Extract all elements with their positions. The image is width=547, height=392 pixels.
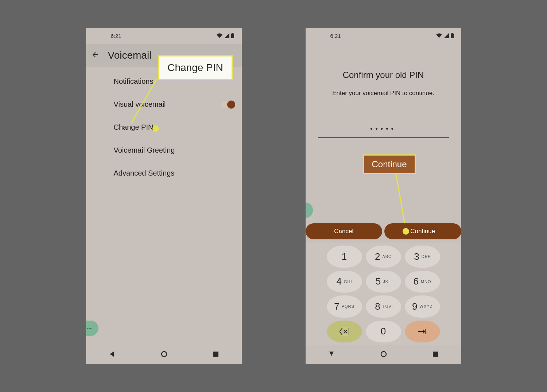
callout-marker-dot [152, 125, 159, 132]
key-letters: TUV [383, 304, 392, 309]
key-letters: PQRS [342, 304, 354, 309]
keypad: 1 2ABC 3DEF 4GHI 5JKL 6MNO 7PQRS 8TUV 9W… [306, 243, 461, 345]
key-digit: 3 [414, 251, 419, 262]
pin-input[interactable]: ••••• [318, 125, 449, 138]
status-bar: 6:21 [86, 28, 242, 44]
visual-voicemail-toggle[interactable] [221, 101, 234, 108]
callout-continue: Continue [363, 154, 416, 174]
wifi-icon [216, 33, 223, 38]
settings-item-label: Notifications [114, 77, 154, 86]
key-letters: ABC [382, 254, 392, 259]
key-digit: 7 [334, 301, 339, 312]
phone-confirm-pin: 6:21 Confirm your old PIN Enter your voi… [306, 28, 461, 364]
settings-item-change-pin[interactable]: Change PIN [86, 116, 242, 139]
svg-point-6 [381, 352, 386, 357]
nav-back-icon[interactable] [328, 351, 335, 359]
svg-rect-5 [451, 33, 453, 34]
toggle-knob [227, 101, 235, 109]
key-digit: 0 [381, 326, 386, 337]
key-digit: 4 [336, 276, 341, 287]
key-digit: 9 [412, 301, 417, 312]
page-title: Voicemail [108, 50, 152, 61]
key-letters: WXYZ [419, 304, 432, 309]
key-9[interactable]: 9WXYZ [405, 295, 440, 318]
continue-button[interactable]: Continue [384, 223, 461, 239]
backspace-icon [340, 328, 349, 335]
settings-item-greeting[interactable]: Voicemail Greeting [86, 139, 242, 162]
key-letters: DEF [422, 254, 431, 259]
fab-peek[interactable] [306, 203, 313, 218]
battery-icon [450, 33, 454, 39]
svg-point-2 [162, 352, 167, 357]
nav-recent-icon[interactable] [213, 351, 219, 358]
key-digit: 8 [375, 301, 380, 312]
settings-item-label: Voicemail Greeting [114, 146, 175, 154]
key-1[interactable]: 1 [327, 246, 362, 268]
cancel-button[interactable]: Cancel [306, 223, 383, 239]
settings-item-label: Change PIN [114, 123, 154, 132]
key-digit: 1 [342, 251, 347, 262]
key-letters: GHI [344, 279, 352, 284]
phone-voicemail-settings: 6:21 Voicemail Notifications Visual voic… [86, 28, 242, 364]
signal-icon [444, 33, 449, 38]
key-0[interactable]: 0 [366, 321, 401, 343]
svg-rect-3 [213, 352, 218, 357]
nav-bar [306, 345, 461, 364]
status-bar: 6:21 [306, 28, 461, 44]
key-5[interactable]: 5JKL [366, 271, 401, 293]
key-letters: JKL [383, 279, 391, 284]
key-digit: 5 [376, 276, 381, 287]
nav-back-icon[interactable] [109, 351, 115, 359]
key-enter[interactable] [405, 321, 440, 343]
status-icons [216, 33, 234, 39]
callout-change-pin: Change PIN [158, 55, 233, 80]
wifi-icon [436, 33, 442, 38]
svg-rect-7 [433, 352, 438, 357]
status-time: 6:21 [111, 33, 121, 39]
fab-peek[interactable] [86, 321, 98, 336]
svg-rect-1 [232, 33, 233, 34]
callout-marker-dot [403, 228, 409, 235]
key-4[interactable]: 4GHI [327, 271, 362, 293]
nav-home-icon[interactable] [161, 351, 167, 359]
pin-subtitle: Enter your voicemail PIN to continue. [306, 90, 461, 97]
svg-rect-0 [231, 34, 234, 38]
key-digit: 2 [375, 251, 380, 262]
key-8[interactable]: 8TUV [366, 295, 401, 318]
battery-icon [231, 33, 234, 39]
key-backspace[interactable] [327, 321, 362, 343]
nav-recent-icon[interactable] [432, 351, 438, 358]
settings-list: Notifications Visual voicemail Change PI… [86, 67, 242, 188]
key-6[interactable]: 6MNO [405, 271, 440, 293]
enter-icon [418, 329, 427, 334]
pin-header: Confirm your old PIN Enter your voicemai… [306, 44, 461, 97]
settings-item-label: Advanced Settings [114, 169, 175, 177]
settings-item-advanced[interactable]: Advanced Settings [86, 162, 242, 185]
back-icon[interactable] [91, 51, 99, 60]
status-time: 6:21 [330, 33, 341, 39]
pin-title: Confirm your old PIN [306, 70, 461, 80]
settings-item-visual-voicemail[interactable]: Visual voicemail [86, 93, 242, 116]
dialog-button-row: Cancel Continue [306, 223, 461, 239]
signal-icon [224, 33, 229, 38]
key-letters: MNO [421, 279, 431, 284]
nav-home-icon[interactable] [380, 351, 387, 359]
key-2[interactable]: 2ABC [366, 246, 401, 268]
nav-bar [86, 345, 242, 364]
key-3[interactable]: 3DEF [405, 246, 440, 268]
key-digit: 6 [413, 276, 418, 287]
status-icons [436, 33, 454, 39]
key-7[interactable]: 7PQRS [327, 295, 362, 318]
svg-rect-4 [451, 34, 454, 38]
